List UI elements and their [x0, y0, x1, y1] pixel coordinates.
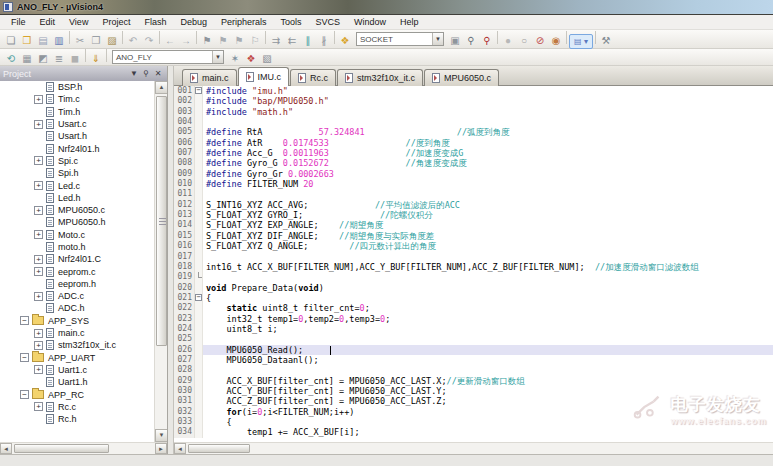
- code-line-4[interactable]: 004: [174, 117, 773, 127]
- indent-icon[interactable]: ⇉: [268, 34, 284, 49]
- tree-plus-icon[interactable]: +: [34, 120, 43, 129]
- tree-item-tim-c[interactable]: +Tim.c: [0, 93, 154, 105]
- code-line-12[interactable]: 012S_INT16_XYZ ACC_AVG; //平均值滤波后的ACC: [174, 200, 773, 210]
- tree-plus-icon[interactable]: +: [34, 292, 43, 301]
- code-line-10[interactable]: 010#define FILTER_NUM 20: [174, 179, 773, 189]
- code-line-32[interactable]: 032 for(i=0;i<FILTER_NUM;i++): [174, 407, 773, 417]
- tree-item-mpu6050-h[interactable]: MPU6050.h: [0, 216, 154, 228]
- undo-icon[interactable]: ↶: [125, 34, 141, 49]
- menu-tools[interactable]: Tools: [273, 16, 308, 28]
- tree-plus-icon[interactable]: +: [34, 156, 43, 165]
- target-combo[interactable]: ANO_FLY ▼: [112, 50, 224, 64]
- tree-plus-icon[interactable]: +: [34, 267, 43, 276]
- tree-item-moto-h[interactable]: moto.h: [0, 241, 154, 253]
- panel-close-icon[interactable]: ✕: [152, 68, 164, 80]
- code-line-20[interactable]: 020void Prepare_Data(void): [174, 283, 773, 293]
- tree-item-spi-h[interactable]: Spi.h: [0, 167, 154, 179]
- code-editor[interactable]: 001−#include "imu.h"002#include "bap/MPU…: [174, 86, 773, 442]
- tree-item-moto-c[interactable]: +Moto.c: [0, 229, 154, 241]
- tree-item-spi-c[interactable]: +Spi.c: [0, 155, 154, 167]
- find-magnifier-icon[interactable]: ⚲: [479, 34, 495, 49]
- menu-file[interactable]: File: [4, 16, 33, 28]
- code-line-16[interactable]: 016S_FLOAT_XYZ Q_ANGLE; //四元数计算出的角度: [174, 241, 773, 251]
- scroll-left-icon[interactable]: ◄: [0, 443, 12, 454]
- tab-rc-c[interactable]: Rc.c: [290, 69, 336, 86]
- tab-stm32f10x-it-c[interactable]: stm32f10x_it.c: [337, 69, 423, 86]
- tab-mpu6050-c[interactable]: MPU6050.c: [424, 69, 499, 86]
- find-in-files-icon[interactable]: ▣: [447, 34, 463, 49]
- tree-item-led-c[interactable]: +Led.c: [0, 179, 154, 191]
- tree-item-app-uart[interactable]: −APP_UART: [0, 352, 154, 364]
- tree-item-adc-c[interactable]: +ADC.c: [0, 290, 154, 302]
- tree-item-adc-h[interactable]: ADC.h: [0, 302, 154, 314]
- tree-item-bsp-h[interactable]: BSP.h: [0, 81, 154, 93]
- redo-icon[interactable]: ↷: [141, 34, 157, 49]
- code-line-6[interactable]: 006#define AtR 0.0174533 //度到角度: [174, 138, 773, 148]
- tree-plus-icon[interactable]: +: [34, 365, 43, 374]
- paste-icon[interactable]: ▨: [104, 34, 120, 49]
- hscroll-thumb[interactable]: [14, 444, 109, 453]
- comment-icon[interactable]: ∥: [300, 34, 316, 49]
- scroll-right-icon[interactable]: ►: [155, 443, 167, 454]
- editor-hscrollbar[interactable]: ◄: [174, 442, 773, 454]
- menu-peripherals[interactable]: Peripherals: [214, 16, 274, 28]
- tree-item-main-c[interactable]: +main.c: [0, 327, 154, 339]
- code-line-15[interactable]: 015S_FLOAT_XYZ DIF_ANGLE; //期望角度与实际角度差: [174, 231, 773, 241]
- code-line-18[interactable]: 018int16_t ACC_X_BUF[FILTER_NUM],ACC_Y_B…: [174, 262, 773, 272]
- code-line-1[interactable]: 001−#include "imu.h": [174, 86, 773, 96]
- uncomment-icon[interactable]: ∦: [316, 34, 332, 49]
- code-line-9[interactable]: 009#define Gyro_Gr 0.0002663: [174, 169, 773, 179]
- insert-output-icon[interactable]: ▦: [19, 52, 35, 67]
- title-bar[interactable]: ANO_FLY - µVision4: [0, 0, 773, 15]
- tree-plus-icon[interactable]: +: [34, 402, 43, 411]
- vscroll-thumb[interactable]: [156, 96, 167, 346]
- tree-item-nrf24l01-c[interactable]: +Nrf24l01.C: [0, 253, 154, 265]
- menu-edit[interactable]: Edit: [33, 16, 63, 28]
- scroll-down-icon[interactable]: ▼: [155, 429, 167, 442]
- save-icon[interactable]: ▤: [35, 34, 51, 49]
- menu-project[interactable]: Project: [95, 16, 137, 28]
- code-line-17[interactable]: 017: [174, 252, 773, 262]
- menu-view[interactable]: View: [62, 16, 95, 28]
- code-line-13[interactable]: 013S_FLOAT_XYZ GYRO_I; //陀螺仪积分: [174, 210, 773, 220]
- tree-plus-icon[interactable]: +: [34, 95, 43, 104]
- editor-scroll-left-icon[interactable]: ◄: [174, 443, 186, 454]
- manage-components-icon[interactable]: ▧: [259, 52, 275, 67]
- tree-item-stm32f10x-it-c[interactable]: +stm32f10x_it.c: [0, 339, 154, 351]
- open-icon[interactable]: ❒: [19, 34, 35, 49]
- code-line-19[interactable]: 019: [174, 272, 773, 282]
- code-line-14[interactable]: 014S_FLOAT_XYZ EXP_ANGLE; //期望角度: [174, 220, 773, 230]
- tree-item-led-h[interactable]: Led.h: [0, 192, 154, 204]
- configure-wrench-icon[interactable]: ⚒: [598, 34, 614, 49]
- tree-plus-icon[interactable]: +: [34, 230, 43, 239]
- code-line-8[interactable]: 008#define Gyro_G 0.0152672 //角速度变成度: [174, 158, 773, 168]
- tree-item-rc-c[interactable]: +Rc.c: [0, 401, 154, 413]
- fold-minus-icon[interactable]: −: [195, 86, 203, 96]
- menu-window[interactable]: Window: [347, 16, 393, 28]
- code-line-34[interactable]: 034 temp1 += ACC_X_BUF[i];: [174, 427, 773, 437]
- panel-dropdown-icon[interactable]: ▼: [128, 68, 140, 80]
- configure-blocks-icon[interactable]: ❖: [243, 52, 259, 67]
- memory-window-icon[interactable]: ◼: [67, 52, 83, 67]
- bookmark-clear-icon[interactable]: ⚐: [247, 34, 263, 49]
- tree-item-app-rc[interactable]: −APP_RC: [0, 388, 154, 400]
- tree-item-app-sys[interactable]: −APP_SYS: [0, 315, 154, 327]
- code-line-24[interactable]: 024 uint8_t i;: [174, 324, 773, 334]
- new-file-icon[interactable]: ❏: [3, 34, 19, 49]
- project-tree-hscrollbar[interactable]: ◄ ►: [0, 442, 167, 454]
- watch-window-icon[interactable]: ≣: [51, 52, 67, 67]
- code-line-26[interactable]: 026 MPU6050_Read();: [174, 345, 773, 355]
- tree-item-uart1-c[interactable]: +Uart1.c: [0, 364, 154, 376]
- tree-item-usart-h[interactable]: Usart.h: [0, 130, 154, 142]
- code-line-31[interactable]: 031 ACC_Z_BUF[filter_cnt] = MPU6050_ACC_…: [174, 396, 773, 406]
- save-all-icon[interactable]: ▥: [51, 34, 67, 49]
- tree-plus-icon[interactable]: +: [34, 341, 43, 350]
- tree-plus-icon[interactable]: +: [34, 255, 43, 264]
- tab-main-c[interactable]: main.c: [182, 69, 237, 86]
- run-white-circle-icon[interactable]: ○: [516, 34, 532, 49]
- code-line-3[interactable]: 003#include "math.h": [174, 107, 773, 117]
- menu-flash[interactable]: Flash: [137, 16, 173, 28]
- bookmark-prev-icon[interactable]: ⚑: [215, 34, 231, 49]
- tree-minus-icon[interactable]: −: [20, 316, 29, 325]
- bookmark-toggle-icon[interactable]: ⚑: [199, 34, 215, 49]
